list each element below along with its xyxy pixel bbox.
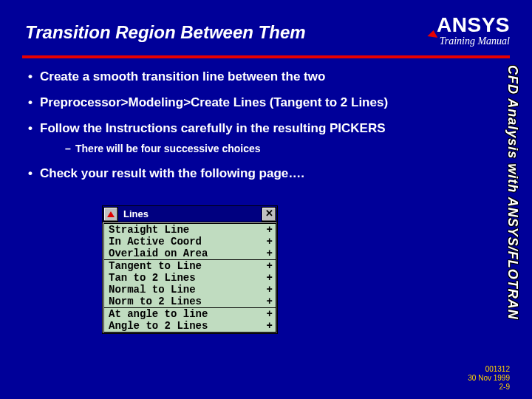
submenu-icon: + [264,248,273,259]
lines-menu-body: Straight Line+ In Active Coord+ Overlaid… [103,223,276,332]
bullet-4: Check your result with the following pag… [27,166,489,181]
app-icon [103,207,118,222]
brand-logo: ANSYS [437,13,510,37]
menu-group-3: At angle to line+ Angle to 2 Lines+ [104,308,276,332]
slide-footer: 001312 30 Nov 1999 2-9 [468,365,510,392]
brand-text: ANSYS [437,13,510,36]
title-rule [22,55,510,58]
bullet-2: Preprocessor>Modeling>Create Lines (Tang… [27,95,489,110]
menu-item-at-angle-to-line[interactable]: At angle to line+ [104,308,276,320]
bullet-1: Create a smooth transition line between … [27,69,489,84]
submenu-icon: + [264,284,273,296]
slide-title: Transition Region Between Them [25,22,306,43]
close-icon[interactable]: ✕ [262,207,276,222]
menu-item-normal-to-line[interactable]: Normal to Line+ [104,284,276,296]
submenu-icon: + [264,224,273,236]
submenu-icon: + [264,320,273,332]
submenu-icon: + [264,296,273,307]
submenu-icon: + [264,308,273,320]
lines-menu-titlebar: Lines ✕ [103,206,277,222]
brand-subtitle: Training Manual [437,35,510,47]
submenu-icon: + [264,260,273,272]
lines-menu-title: Lines [119,208,261,219]
menu-item-angle-to-2-lines[interactable]: Angle to 2 Lines+ [104,320,276,332]
content-area: Create a smooth transition line between … [27,69,489,192]
submenu-icon: + [264,272,273,284]
menu-item-tan-to-2-lines[interactable]: Tan to 2 Lines+ [104,272,276,284]
menu-item-in-active-coord[interactable]: In Active Coord+ [104,236,276,248]
menu-group-2: Tangent to Line+ Tan to 2 Lines+ Normal … [104,260,276,308]
footer-id: 001312 [468,365,510,374]
footer-date: 30 Nov 1999 [468,374,510,383]
brand-block: ANSYS Training Manual [437,13,510,47]
menu-item-straight-line[interactable]: Straight Line+ [104,224,276,236]
submenu-icon: + [264,236,273,248]
menu-group-1: Straight Line+ In Active Coord+ Overlaid… [104,224,276,260]
vertical-course-label: CFD Analysis with ANSYS/FLOTRAN [502,65,522,361]
menu-item-tangent-to-line[interactable]: Tangent to Line+ [104,260,276,272]
menu-item-overlaid-on-area[interactable]: Overlaid on Area+ [104,248,276,259]
lines-menu-window: Lines ✕ Straight Line+ In Active Coord+ … [102,205,278,334]
footer-page: 2-9 [468,383,510,392]
subbullet-1: There will be four successive choices [27,143,489,154]
bullet-3: Follow the Instructions carefully in the… [27,121,489,136]
slide: Transition Region Between Them ANSYS Tra… [0,0,532,399]
menu-item-norm-to-2-lines[interactable]: Norm to 2 Lines+ [104,296,276,307]
